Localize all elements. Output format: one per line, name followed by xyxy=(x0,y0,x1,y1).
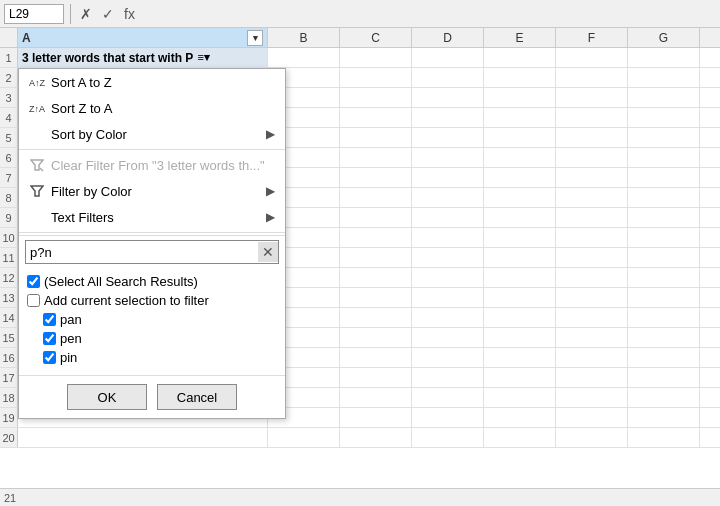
add-current-checkbox[interactable] xyxy=(27,294,40,307)
row-num: 19 xyxy=(0,408,18,427)
svg-text:Z↑A: Z↑A xyxy=(29,104,45,114)
row-num: 18 xyxy=(0,388,18,407)
grid-cell-1f[interactable] xyxy=(556,48,628,67)
cell-title: 3 letter words that start with P xyxy=(22,51,193,65)
row-num: 12 xyxy=(0,268,18,287)
row-num-1: 1 xyxy=(0,48,18,67)
grid-cell-1e[interactable] xyxy=(484,48,556,67)
sort-by-color-arrow: ▶ xyxy=(266,127,275,141)
row-num: 10 xyxy=(0,228,18,247)
filter-dropdown-menu: A↑Z Sort A to Z Z↑A Sort Z to A Sort by … xyxy=(18,68,286,419)
cancel-formula-icon[interactable]: ✗ xyxy=(77,6,95,22)
status-text: 21 xyxy=(4,492,16,504)
pan-label: pan xyxy=(60,312,82,327)
add-current-label: Add current selection to filter xyxy=(44,293,209,308)
status-bar: 21 xyxy=(0,488,720,506)
sort-az-icon: A↑Z xyxy=(29,74,45,90)
row-num: 2 xyxy=(0,68,18,87)
column-headers: A ▾ B C D E F G xyxy=(0,28,720,48)
pin-checkbox[interactable] xyxy=(43,351,56,364)
grid-cell-1d[interactable] xyxy=(412,48,484,67)
row-num: 17 xyxy=(0,368,18,387)
ok-button[interactable]: OK xyxy=(67,384,147,410)
cell-reference-box[interactable]: L29 xyxy=(4,4,64,24)
checkbox-pan[interactable]: pan xyxy=(43,310,277,329)
menu-divider-1 xyxy=(19,149,285,150)
sort-az-item[interactable]: A↑Z Sort A to Z xyxy=(19,69,285,95)
svg-marker-4 xyxy=(31,186,43,196)
checkbox-list: (Select All Search Results) Add current … xyxy=(19,268,285,371)
sort-az-label: Sort A to Z xyxy=(51,75,275,90)
col-header-e: E xyxy=(484,28,556,47)
formula-icons: ✗ ✓ fx xyxy=(77,6,138,22)
pan-checkbox[interactable] xyxy=(43,313,56,326)
pin-label: pin xyxy=(60,350,77,365)
filter-color-icon xyxy=(29,184,45,198)
pen-checkbox[interactable] xyxy=(43,332,56,345)
grid-cell-1a[interactable]: 3 letter words that start with P ≡▾ xyxy=(18,48,268,67)
text-filters-label: Text Filters xyxy=(51,210,260,225)
svg-text:A↑Z: A↑Z xyxy=(29,78,45,88)
row-num: 14 xyxy=(0,308,18,327)
grid-cell-1c[interactable] xyxy=(340,48,412,67)
sort-za-icon: Z↑A xyxy=(29,100,45,116)
select-all-checkbox[interactable] xyxy=(27,275,40,288)
col-header-a: A ▾ xyxy=(18,28,268,47)
sort-by-color-label: Sort by Color xyxy=(51,127,260,142)
row-num: 7 xyxy=(0,168,18,187)
sort-za-item[interactable]: Z↑A Sort Z to A xyxy=(19,95,285,121)
fx-icon[interactable]: fx xyxy=(121,6,138,22)
sort-by-color-item[interactable]: Sort by Color ▶ xyxy=(19,121,285,147)
clear-filter-item[interactable]: Clear Filter From "3 letter words th..." xyxy=(19,152,285,178)
checkbox-select-all[interactable]: (Select All Search Results) xyxy=(27,272,277,291)
spreadsheet: L29 ✗ ✓ fx A ▾ B C D E F G 1 3 letter xyxy=(0,0,720,506)
col-a-label: A xyxy=(22,31,31,45)
filter-by-color-item[interactable]: Filter by Color ▶ xyxy=(19,178,285,204)
row-num: 11 xyxy=(0,248,18,267)
sort-za-label: Sort Z to A xyxy=(51,101,275,116)
row-num: 6 xyxy=(0,148,18,167)
confirm-formula-icon[interactable]: ✓ xyxy=(99,6,117,22)
search-input[interactable] xyxy=(26,241,258,263)
pen-label: pen xyxy=(60,331,82,346)
cancel-button[interactable]: Cancel xyxy=(157,384,237,410)
text-filters-arrow: ▶ xyxy=(266,210,275,224)
clear-filter-icon xyxy=(29,158,45,172)
filter-dropdown-indicator[interactable]: ≡▾ xyxy=(197,51,209,64)
row-num: 15 xyxy=(0,328,18,347)
formula-bar: L29 ✗ ✓ fx xyxy=(0,0,720,28)
text-filters-item[interactable]: Text Filters ▶ xyxy=(19,204,285,230)
row-num: 13 xyxy=(0,288,18,307)
grid-cell-1g[interactable] xyxy=(628,48,700,67)
row-num: 16 xyxy=(0,348,18,367)
search-area: ✕ xyxy=(19,235,285,268)
col-header-g: G xyxy=(628,28,700,47)
checkbox-add-current[interactable]: Add current selection to filter xyxy=(27,291,277,310)
col-a-dropdown-btn[interactable]: ▾ xyxy=(247,30,263,46)
col-header-b: B xyxy=(268,28,340,47)
menu-divider-2 xyxy=(19,232,285,233)
row-num: 8 xyxy=(0,188,18,207)
filter-by-color-arrow: ▶ xyxy=(266,184,275,198)
row-num: 9 xyxy=(0,208,18,227)
row-num: 5 xyxy=(0,128,18,147)
filter-by-color-label: Filter by Color xyxy=(51,184,260,199)
row-num-header xyxy=(0,28,18,47)
grid-cell-1b[interactable] xyxy=(268,48,340,67)
checkbox-pen[interactable]: pen xyxy=(43,329,277,348)
search-box: ✕ xyxy=(25,240,279,264)
svg-line-3 xyxy=(40,168,43,171)
col-header-d: D xyxy=(412,28,484,47)
search-clear-button[interactable]: ✕ xyxy=(258,242,278,262)
row-num: 3 xyxy=(0,88,18,107)
dialog-buttons: OK Cancel xyxy=(19,375,285,418)
table-row: 20 xyxy=(0,428,720,448)
row-num: 20 xyxy=(0,428,18,447)
checkbox-pin[interactable]: pin xyxy=(43,348,277,367)
formula-input[interactable] xyxy=(142,4,716,24)
cell-ref-value: L29 xyxy=(9,7,29,21)
col-header-f: F xyxy=(556,28,628,47)
col-header-c: C xyxy=(340,28,412,47)
clear-filter-label: Clear Filter From "3 letter words th..." xyxy=(51,158,275,173)
formula-bar-separator xyxy=(70,4,71,24)
